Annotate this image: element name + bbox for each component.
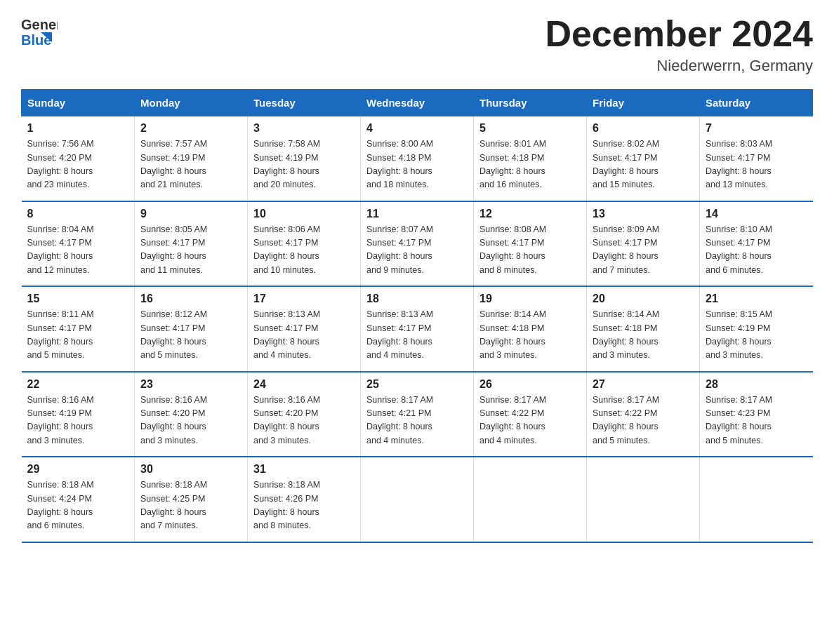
day-cell: 20Sunrise: 8:14 AMSunset: 4:18 PMDayligh…: [587, 286, 700, 372]
weekday-header-row: SundayMondayTuesdayWednesdayThursdayFrid…: [22, 90, 813, 116]
day-info: Sunrise: 7:57 AMSunset: 4:19 PMDaylight:…: [140, 137, 241, 192]
day-info: Sunrise: 8:15 AMSunset: 4:19 PMDaylight:…: [706, 308, 807, 363]
day-number: 2: [140, 122, 241, 135]
day-info: Sunrise: 8:04 AMSunset: 4:17 PMDaylight:…: [27, 223, 129, 278]
svg-text:Blue: Blue: [21, 32, 51, 48]
header-sunday: Sunday: [22, 90, 135, 116]
day-cell: 16Sunrise: 8:12 AMSunset: 4:17 PMDayligh…: [135, 286, 248, 372]
day-cell: 4Sunrise: 8:00 AMSunset: 4:18 PMDaylight…: [361, 116, 474, 201]
header-thursday: Thursday: [474, 90, 587, 116]
day-number: 16: [140, 293, 241, 305]
day-cell: 25Sunrise: 8:17 AMSunset: 4:21 PMDayligh…: [361, 372, 474, 457]
day-info: Sunrise: 8:14 AMSunset: 4:18 PMDaylight:…: [593, 308, 694, 363]
day-cell: 5Sunrise: 8:01 AMSunset: 4:18 PMDaylight…: [474, 116, 587, 201]
day-number: 27: [593, 378, 694, 391]
svg-text:General: General: [21, 17, 58, 32]
day-number: 1: [27, 122, 129, 135]
day-info: Sunrise: 8:18 AMSunset: 4:24 PMDaylight:…: [27, 478, 129, 533]
header-saturday: Saturday: [700, 90, 813, 116]
day-info: Sunrise: 8:06 AMSunset: 4:17 PMDaylight:…: [253, 223, 355, 278]
day-cell: 21Sunrise: 8:15 AMSunset: 4:19 PMDayligh…: [700, 286, 813, 372]
day-cell: 19Sunrise: 8:14 AMSunset: 4:18 PMDayligh…: [474, 286, 587, 372]
day-info: Sunrise: 8:09 AMSunset: 4:17 PMDaylight:…: [593, 223, 694, 278]
day-number: 11: [366, 208, 468, 220]
day-cell: 11Sunrise: 8:07 AMSunset: 4:17 PMDayligh…: [361, 201, 474, 287]
day-cell: 6Sunrise: 8:02 AMSunset: 4:17 PMDaylight…: [587, 116, 700, 201]
header-friday: Friday: [587, 90, 700, 116]
day-cell: 28Sunrise: 8:17 AMSunset: 4:23 PMDayligh…: [700, 372, 813, 457]
day-cell: 3Sunrise: 7:58 AMSunset: 4:19 PMDaylight…: [248, 116, 361, 201]
day-cell: 24Sunrise: 8:16 AMSunset: 4:20 PMDayligh…: [248, 372, 361, 457]
day-number: 23: [140, 378, 241, 391]
day-number: 3: [253, 122, 355, 135]
day-number: 5: [479, 122, 581, 135]
day-number: 4: [366, 122, 468, 135]
day-cell: 30Sunrise: 8:18 AMSunset: 4:25 PMDayligh…: [135, 457, 248, 542]
day-cell: 9Sunrise: 8:05 AMSunset: 4:17 PMDaylight…: [135, 201, 248, 287]
page-header: General Blue December 2024 Niederwerrn, …: [21, 14, 813, 75]
header-monday: Monday: [135, 90, 248, 116]
day-info: Sunrise: 8:08 AMSunset: 4:17 PMDaylight:…: [479, 223, 581, 278]
calendar-table: SundayMondayTuesdayWednesdayThursdayFrid…: [21, 89, 813, 543]
day-number: 22: [27, 378, 129, 391]
day-cell: [474, 457, 587, 542]
day-cell: [361, 457, 474, 542]
day-number: 20: [593, 293, 694, 305]
day-cell: 27Sunrise: 8:17 AMSunset: 4:22 PMDayligh…: [587, 372, 700, 457]
day-cell: 12Sunrise: 8:08 AMSunset: 4:17 PMDayligh…: [474, 201, 587, 287]
day-info: Sunrise: 8:02 AMSunset: 4:17 PMDaylight:…: [593, 137, 694, 192]
day-number: 25: [366, 378, 468, 391]
day-number: 17: [253, 293, 355, 305]
day-number: 21: [706, 293, 807, 305]
day-info: Sunrise: 8:16 AMSunset: 4:19 PMDaylight:…: [27, 394, 129, 448]
day-number: 29: [27, 463, 129, 476]
day-info: Sunrise: 8:12 AMSunset: 4:17 PMDaylight:…: [140, 308, 241, 363]
day-info: Sunrise: 8:05 AMSunset: 4:17 PMDaylight:…: [140, 223, 241, 278]
location-subtitle: Niederwerrn, Germany: [545, 57, 813, 75]
day-info: Sunrise: 8:16 AMSunset: 4:20 PMDaylight:…: [140, 394, 241, 448]
day-info: Sunrise: 7:58 AMSunset: 4:19 PMDaylight:…: [253, 137, 355, 192]
week-row-1: 1Sunrise: 7:56 AMSunset: 4:20 PMDaylight…: [22, 116, 813, 201]
day-number: 6: [593, 122, 694, 135]
day-number: 18: [366, 293, 468, 305]
day-info: Sunrise: 8:14 AMSunset: 4:18 PMDaylight:…: [479, 308, 581, 363]
day-info: Sunrise: 8:18 AMSunset: 4:25 PMDaylight:…: [140, 478, 241, 533]
day-info: Sunrise: 8:13 AMSunset: 4:17 PMDaylight:…: [253, 308, 355, 363]
day-cell: 1Sunrise: 7:56 AMSunset: 4:20 PMDaylight…: [22, 116, 135, 201]
day-info: Sunrise: 8:18 AMSunset: 4:26 PMDaylight:…: [253, 478, 355, 533]
day-info: Sunrise: 8:17 AMSunset: 4:23 PMDaylight:…: [706, 394, 807, 448]
week-row-2: 8Sunrise: 8:04 AMSunset: 4:17 PMDaylight…: [22, 201, 813, 287]
day-cell: 13Sunrise: 8:09 AMSunset: 4:17 PMDayligh…: [587, 201, 700, 287]
day-info: Sunrise: 8:13 AMSunset: 4:17 PMDaylight:…: [366, 308, 468, 363]
logo: General Blue: [21, 14, 58, 49]
title-block: December 2024 Niederwerrn, Germany: [545, 14, 813, 75]
day-number: 14: [706, 208, 807, 220]
day-cell: 7Sunrise: 8:03 AMSunset: 4:17 PMDaylight…: [700, 116, 813, 201]
day-info: Sunrise: 8:00 AMSunset: 4:18 PMDaylight:…: [366, 137, 468, 192]
day-cell: 10Sunrise: 8:06 AMSunset: 4:17 PMDayligh…: [248, 201, 361, 287]
day-cell: 18Sunrise: 8:13 AMSunset: 4:17 PMDayligh…: [361, 286, 474, 372]
day-info: Sunrise: 8:01 AMSunset: 4:18 PMDaylight:…: [479, 137, 581, 192]
day-cell: [700, 457, 813, 542]
day-number: 13: [593, 208, 694, 220]
day-info: Sunrise: 8:07 AMSunset: 4:17 PMDaylight:…: [366, 223, 468, 278]
day-cell: [587, 457, 700, 542]
day-number: 19: [479, 293, 581, 305]
day-number: 7: [706, 122, 807, 135]
day-number: 31: [253, 463, 355, 476]
day-number: 26: [479, 378, 581, 391]
month-title: December 2024: [545, 14, 813, 54]
day-info: Sunrise: 8:03 AMSunset: 4:17 PMDaylight:…: [706, 137, 807, 192]
day-info: Sunrise: 8:17 AMSunset: 4:21 PMDaylight:…: [366, 394, 468, 448]
day-cell: 31Sunrise: 8:18 AMSunset: 4:26 PMDayligh…: [248, 457, 361, 542]
week-row-3: 15Sunrise: 8:11 AMSunset: 4:17 PMDayligh…: [22, 286, 813, 372]
day-number: 15: [27, 293, 129, 305]
header-tuesday: Tuesday: [248, 90, 361, 116]
header-wednesday: Wednesday: [361, 90, 474, 116]
day-info: Sunrise: 8:10 AMSunset: 4:17 PMDaylight:…: [706, 223, 807, 278]
day-number: 10: [253, 208, 355, 220]
day-cell: 17Sunrise: 8:13 AMSunset: 4:17 PMDayligh…: [248, 286, 361, 372]
day-number: 30: [140, 463, 241, 476]
day-number: 8: [27, 208, 129, 220]
day-info: Sunrise: 8:17 AMSunset: 4:22 PMDaylight:…: [593, 394, 694, 448]
